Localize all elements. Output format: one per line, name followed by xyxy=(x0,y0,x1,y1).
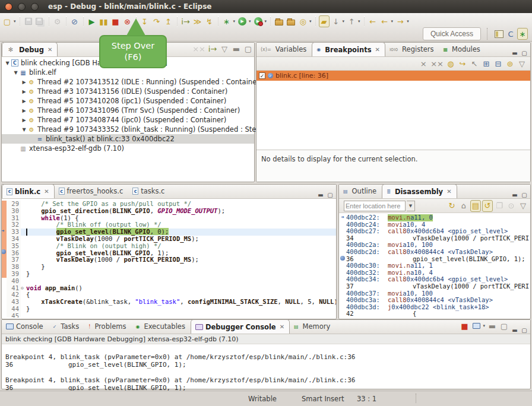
dropdown-arrow-icon[interactable]: ▾ xyxy=(343,19,345,24)
drop-to-frame-button[interactable]: ↯ xyxy=(204,15,215,27)
expand-all-button[interactable]: ⊞ xyxy=(481,58,492,69)
open-perspective-button[interactable] xyxy=(493,28,504,40)
disassembly-line[interactable]: ➜400dbc22:movi.na11, 0 xyxy=(339,214,530,221)
go-to-file-button[interactable]: ↪ xyxy=(457,58,468,69)
dropdown-arrow-icon[interactable]: ▾ xyxy=(483,323,485,328)
suspend-button[interactable]: ▮▮ xyxy=(99,15,109,27)
tab-memory[interactable]: ▤Memory xyxy=(290,319,335,334)
quick-access-button[interactable]: Quick Access xyxy=(423,27,481,40)
close-icon[interactable]: ✕ xyxy=(280,323,284,330)
tree-expander-icon[interactable]: ▼ xyxy=(4,61,11,66)
debug-perspective-button[interactable]: ∗ xyxy=(517,28,528,40)
minimize-button[interactable]: ▬ xyxy=(510,192,520,198)
save-all-button[interactable] xyxy=(35,15,46,27)
remove-all-breakpoints-button[interactable]: ×× xyxy=(430,58,444,69)
dropdown-arrow-icon[interactable]: ▾ xyxy=(407,19,409,24)
resume-button[interactable]: ▶ xyxy=(87,15,97,27)
last-edit-location-button[interactable]: ← xyxy=(368,15,378,27)
tab-modules[interactable]: ▦Modules xyxy=(439,42,485,56)
tab-executables[interactable]: ◉Executables xyxy=(131,319,191,334)
link-with-debug-view-button[interactable]: ↖ xyxy=(469,58,480,69)
tree-expander-icon[interactable]: ▶ xyxy=(21,99,27,104)
show-supported-breakpoints-button[interactable]: ◍ xyxy=(445,58,456,69)
dropdown-arrow-icon[interactable]: ▾ xyxy=(249,19,251,24)
disassembly-line[interactable]: 400dbc3d:j0x400dbc22 <blink_task+18> xyxy=(339,304,530,311)
new-button[interactable]: ▢ xyxy=(2,15,12,27)
window-minimize-button[interactable] xyxy=(18,3,26,11)
remove-all-terminated-button[interactable]: ×× xyxy=(192,43,206,55)
debug-tree-row[interactable]: ▶⚙Thread #6 1073431096 (Tmr Svc) (Suspen… xyxy=(2,106,254,115)
skip-all-breakpoints-button[interactable]: ⊘ xyxy=(69,15,80,27)
location-input[interactable] xyxy=(344,201,406,211)
debug-tree-row[interactable]: ▼⚙Thread #9 1073433352 (blink_task : Run… xyxy=(2,125,254,134)
editor-line[interactable]: 43 xTaskCreate(&blink_task, "blink_task"… xyxy=(2,299,336,306)
dropdown-arrow-icon[interactable]: ▾ xyxy=(391,19,394,24)
debug-tree-row[interactable]: ▥xtensa-esp32-elf-gdb (7.10) xyxy=(2,144,254,153)
minimize-button[interactable]: ▬ xyxy=(231,43,242,55)
breakpoint-checkbox[interactable]: ✓ xyxy=(259,72,265,79)
tree-expander-icon[interactable]: ▼ xyxy=(12,70,19,75)
tab-disassembly[interactable]: ≣Disassembly✕ xyxy=(382,184,457,198)
use-step-filters-button[interactable]: ≫ xyxy=(192,15,203,27)
open-resource-button[interactable] xyxy=(286,15,296,27)
debug-tree-row[interactable]: ▶⚙Thread #5 1073410208 (ipc1) (Suspended… xyxy=(2,96,254,106)
previous-annotation-button[interactable]: ↑ xyxy=(346,15,357,27)
debug-menu-button[interactable]: ∗ xyxy=(221,15,232,27)
maximize-button[interactable]: ▢ xyxy=(243,43,254,55)
instruction-stepping-mode-button[interactable]: i→ xyxy=(207,43,218,55)
back-button[interactable]: ← xyxy=(379,15,390,27)
build-button[interactable]: ⚙ xyxy=(52,15,63,27)
tab-debug[interactable]: ✻ Debug ✕ xyxy=(2,42,58,56)
dropdown-arrow-icon[interactable]: ▾ xyxy=(309,19,312,24)
minimize-button[interactable]: ▬ xyxy=(510,50,520,56)
debug-tree-row[interactable]: ▼▦blink.elf xyxy=(2,68,254,77)
location-dropdown-button[interactable]: ▼ xyxy=(407,201,415,211)
sync-with-active-context-button[interactable]: ↺ xyxy=(482,200,493,212)
groupings-button[interactable]: ⊚ xyxy=(505,58,515,69)
maximize-button[interactable]: ▢ xyxy=(499,320,509,332)
dropdown-arrow-icon[interactable]: ▾ xyxy=(265,19,267,24)
maximize-button[interactable]: ▢ xyxy=(520,50,529,56)
minimize-button[interactable]: ▬ xyxy=(487,320,498,332)
display-selected-console-button[interactable] xyxy=(471,320,482,332)
dropdown-arrow-icon[interactable]: ▾ xyxy=(14,19,16,24)
dropdown-arrow-icon[interactable]: ▾ xyxy=(233,19,236,24)
tree-expander-icon[interactable]: ▶ xyxy=(21,89,27,94)
home-button[interactable]: ⌂ xyxy=(458,200,469,212)
terminate-console-button[interactable]: ■ xyxy=(459,320,470,332)
editor-line[interactable]: 38 } xyxy=(2,264,336,271)
view-menu-button[interactable]: ▽ xyxy=(517,58,527,69)
tab-registers[interactable]: ıοıοRegisters xyxy=(385,42,439,56)
minimize-button[interactable]: ▬ xyxy=(316,192,325,198)
step-over-button[interactable]: ↷ xyxy=(151,15,162,27)
refresh-view-button[interactable]: ↻ xyxy=(446,200,457,212)
open-new-view-button[interactable]: ❐ xyxy=(494,200,505,212)
editor-line[interactable]: 39} xyxy=(2,271,336,278)
tab-blink-c[interactable]: cblink.c✕ xyxy=(2,184,55,198)
editor-line[interactable]: 45 xyxy=(2,313,336,318)
view-menu-button[interactable]: ▽ xyxy=(518,200,528,212)
show-source-button[interactable]: ▤ xyxy=(470,200,481,212)
editor-line[interactable]: 44} xyxy=(2,306,336,313)
remove-breakpoint-button[interactable]: × xyxy=(418,58,429,69)
tree-expander-icon[interactable]: ▶ xyxy=(21,118,27,123)
debug-tree-row[interactable]: ≡blink_task() at blink.c:33 0x400dbc22 xyxy=(2,134,254,144)
next-annotation-button[interactable]: ↓ xyxy=(331,15,341,27)
step-return-button[interactable]: ↥ xyxy=(163,15,174,27)
cpp-perspective-button[interactable]: C xyxy=(505,28,516,40)
view-menu-button[interactable]: ▽ xyxy=(219,43,230,55)
close-icon[interactable]: ✕ xyxy=(446,188,451,195)
editor-line[interactable]: 37 vTaskDelay(1000 / portTICK_PERIOD_MS)… xyxy=(2,256,336,264)
tab-console[interactable]: Console xyxy=(2,319,49,334)
tab-breakpoints[interactable]: ◉Breakpoints✕ xyxy=(312,42,385,56)
tree-expander-icon[interactable]: ▶ xyxy=(21,108,27,113)
close-icon[interactable]: ✕ xyxy=(48,46,52,53)
maximize-button[interactable]: ▢ xyxy=(520,192,529,198)
tree-expander-icon[interactable]: ▼ xyxy=(21,127,27,132)
collapse-all-button[interactable]: ⊟ xyxy=(493,58,504,69)
disassembly-line[interactable]: 37vTaskDelay(1000 / portTICK_PERI xyxy=(339,283,530,290)
instruction-stepping-button[interactable]: i→ xyxy=(180,15,191,27)
console-output[interactable]: Breakpoint 4, blink_task (pvParameter=0x… xyxy=(2,344,530,393)
run-menu-button[interactable]: ▶ xyxy=(237,15,248,27)
forward-button[interactable]: → xyxy=(395,15,406,27)
